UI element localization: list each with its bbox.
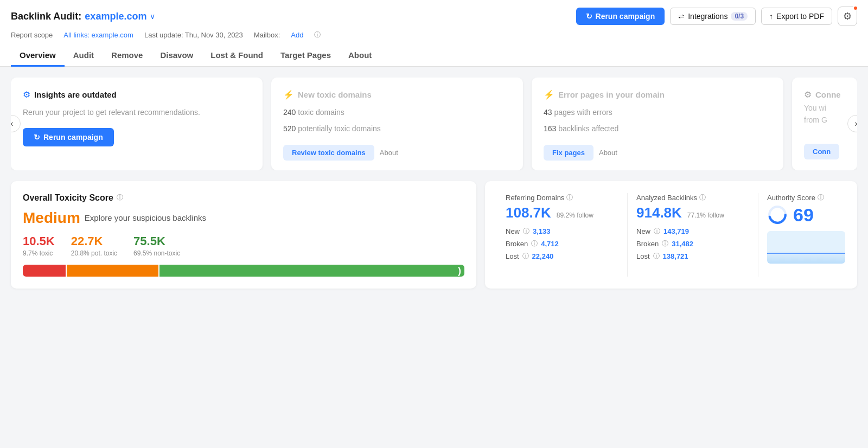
referring-info-icon[interactable]: ⓘ	[566, 193, 573, 202]
fix-pages-button[interactable]: Fix pages	[544, 145, 593, 161]
bottom-row: Overall Toxicity Score ⓘ Medium Explore …	[11, 181, 857, 289]
backlinks-new-info[interactable]: ⓘ	[654, 227, 660, 236]
referring-rows: New ⓘ 3,133 Broken ⓘ 4,712 Lost ⓘ 22,240	[506, 227, 618, 261]
page-title-domain[interactable]: example.com	[85, 11, 146, 22]
export-label: Export to PDF	[776, 12, 824, 21]
mailbox-add-link[interactable]: Add	[291, 31, 303, 39]
toxicity-card: Overall Toxicity Score ⓘ Medium Explore …	[11, 181, 476, 289]
tab-audit[interactable]: Audit	[65, 45, 103, 67]
card2-stat1-num: 240	[283, 108, 296, 117]
right-arrow-icon: ›	[854, 119, 857, 129]
backlinks-new-label: New	[636, 227, 650, 235]
referring-value-row: 108.7K 89.2% follow	[506, 204, 618, 221]
card4-connect-button[interactable]: Conn	[804, 144, 839, 159]
referring-lost-val: 22,240	[532, 252, 554, 260]
tab-about[interactable]: About	[340, 45, 380, 67]
report-scope-link[interactable]: All links: example.com	[63, 31, 133, 39]
card1-title-row: ⚙ Insights are outdated	[23, 89, 251, 100]
card2-about-button[interactable]: About	[380, 149, 398, 157]
integrations-button[interactable]: ⇌ Integrations 0/3	[670, 8, 756, 25]
tab-target-pages[interactable]: Target Pages	[272, 45, 340, 67]
backlinks-lost-val: 138,721	[663, 252, 688, 260]
authority-mini-chart	[767, 231, 845, 264]
card4-title: Conne	[815, 90, 841, 99]
mailbox-info-icon[interactable]: ⓘ	[314, 30, 321, 40]
card-error-pages: ⚡ Error pages in your domain 43 pages wi…	[532, 78, 783, 170]
toxicity-info-icon[interactable]: ⓘ	[117, 193, 123, 202]
card4-body2: from G	[804, 114, 845, 126]
settings-button[interactable]: ⚙	[838, 7, 857, 26]
card3-stat1-num: 43	[544, 108, 552, 117]
card2-stat1: 240 toxic domains	[283, 106, 511, 118]
authority-value: 69	[793, 204, 814, 226]
mailbox-prefix: Mailbox:	[254, 31, 280, 39]
authority-info-icon[interactable]: ⓘ	[818, 193, 824, 202]
chevron-down-icon[interactable]: ∨	[150, 12, 155, 21]
export-pdf-button[interactable]: ↑ Export to PDF	[761, 8, 832, 25]
card1-gear-icon: ⚙	[23, 89, 30, 100]
toxicity-explore-text: Explore your suspicious backlinks	[85, 213, 206, 222]
tab-remove[interactable]: Remove	[103, 45, 151, 67]
card4-body: You wi	[804, 102, 845, 114]
toxicity-stat1-desc: 9.7% toxic	[23, 249, 55, 257]
toxicity-medium-row: Medium Explore your suspicious backlinks	[23, 209, 464, 227]
backlinks-broken-info[interactable]: ⓘ	[662, 239, 668, 248]
card3-actions: Fix pages About	[544, 145, 771, 161]
tab-lost-found[interactable]: Lost & Found	[202, 45, 272, 67]
authority-label: Authority Score ⓘ	[767, 193, 845, 202]
card3-title-row: ⚡ Error pages in your domain	[544, 89, 771, 100]
backlinks-lost-label: Lost	[636, 252, 650, 260]
card1-rerun-label: Rerun campaign	[43, 133, 103, 142]
authority-score-section: Authority Score ⓘ 69	[758, 193, 845, 277]
card4-title-row: ⚙ Conne	[804, 89, 845, 100]
referring-domains-section: Referring Domains ⓘ 108.7K 89.2% follow …	[497, 193, 628, 277]
export-icon: ↑	[769, 12, 773, 21]
integrations-badge: 0/3	[731, 12, 748, 21]
backlinks-broken-label: Broken	[636, 240, 659, 248]
main-content: ‹ ⚙ Insights are outdated Rerun your pro…	[0, 67, 868, 299]
card2-title: New toxic domains	[298, 90, 372, 99]
card4-actions: Conn	[804, 144, 845, 159]
backlinks-new-val: 143,719	[663, 227, 689, 235]
tab-disavow[interactable]: Disavow	[151, 45, 202, 67]
referring-broken-val: 4,712	[541, 240, 559, 248]
nav-tabs: Overview Audit Remove Disavow Lost & Fou…	[11, 45, 857, 66]
card2-title-row: ⚡ New toxic domains	[283, 89, 511, 100]
referring-broken-info[interactable]: ⓘ	[531, 239, 538, 248]
toxicity-stat3-val: 75.5K	[133, 234, 180, 248]
backlinks-value: 914.8K	[636, 204, 682, 221]
backlinks-new-row: New ⓘ 143,719	[636, 227, 749, 236]
referring-lost-info[interactable]: ⓘ	[522, 252, 529, 261]
review-toxic-domains-button[interactable]: Review toxic domains	[283, 145, 374, 161]
progress-red	[23, 265, 66, 277]
toxicity-title: Overall Toxicity Score	[23, 193, 113, 203]
card1-actions: ↻ Rerun campaign	[23, 128, 251, 146]
analyzed-backlinks-section: Analyzed Backlinks ⓘ 914.8K 77.1% follow…	[628, 193, 758, 277]
toxicity-progress-bar: )	[23, 265, 464, 277]
backlinks-follow: 77.1% follow	[687, 212, 724, 219]
rerun-campaign-button[interactable]: ↻ Rerun campaign	[576, 8, 665, 25]
authority-label-text: Authority Score	[767, 194, 815, 202]
referring-new-info[interactable]: ⓘ	[523, 227, 529, 236]
backlinks-info-icon[interactable]: ⓘ	[699, 193, 706, 202]
toxicity-stat2: 22.7K 20.8% pot. toxic	[71, 234, 117, 257]
tab-overview[interactable]: Overview	[11, 45, 65, 67]
authority-donut-chart	[767, 204, 788, 225]
card3-about-button[interactable]: About	[599, 149, 617, 157]
integrations-label: Integrations	[688, 12, 727, 21]
card1-rerun-button[interactable]: ↻ Rerun campaign	[23, 128, 114, 146]
backlinks-lost-info[interactable]: ⓘ	[653, 252, 660, 261]
card3-stat2-label: backlinks affected	[558, 124, 618, 133]
referring-lost-label: Lost	[506, 252, 519, 260]
top-actions: ↻ Rerun campaign ⇌ Integrations 0/3 ↑ Ex…	[576, 7, 857, 26]
backlinks-broken-row: Broken ⓘ 31,482	[636, 239, 749, 248]
gear-icon: ⚙	[843, 10, 852, 22]
top-bar-row1: Backlink Audit: example.com ∨ ↻ Rerun ca…	[11, 7, 857, 26]
notification-dot	[853, 5, 858, 11]
card3-title: Error pages in your domain	[558, 90, 665, 99]
card-toxic-domains: ⚡ New toxic domains 240 toxic domains 52…	[271, 78, 523, 170]
backlinks-value-row: 914.8K 77.1% follow	[636, 204, 749, 221]
card1-title: Insights are outdated	[34, 90, 117, 99]
toxicity-medium-label: Medium	[23, 209, 80, 227]
page-title-prefix: Backlink Audit:	[11, 11, 81, 22]
